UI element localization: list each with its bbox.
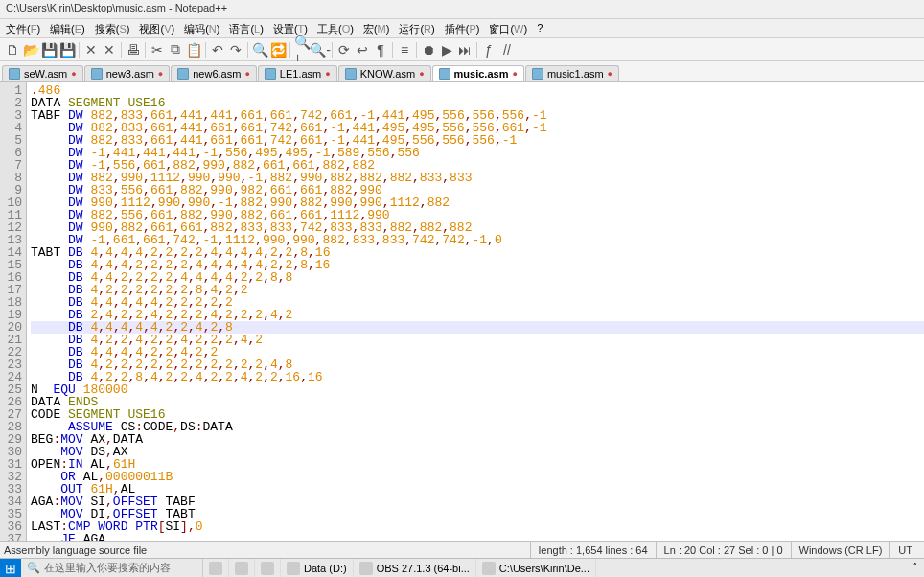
tab-label: new3.asm: [106, 68, 154, 80]
explorer-icon: [209, 562, 222, 575]
menu-E[interactable]: 编辑(E): [46, 21, 89, 35]
code-line[interactable]: ASSUME CS:CODE,DS:DATA: [31, 421, 924, 433]
status-encoding: UT: [889, 542, 920, 558]
windows-taskbar: ⊞ 🔍 在这里输入你要搜索的内容 Data (D:)OBS 27.1.3 (64…: [0, 558, 924, 577]
tab-KNOW-asm[interactable]: KNOW.asm●: [338, 65, 431, 81]
cortana-circle-icon: [235, 562, 248, 575]
task-label: C:\Users\Kirin\De...: [499, 563, 589, 574]
code-line[interactable]: BEG:MOV AX,DATA: [31, 433, 924, 446]
close-all-button[interactable]: ✕: [101, 41, 118, 58]
tab-seW-asm[interactable]: seW.asm●: [2, 65, 83, 81]
show-func-button[interactable]: ƒ: [480, 41, 497, 58]
window-title: C:\Users\Kirin\Desktop\music.asm - Notep…: [6, 2, 227, 13]
tab-close-icon[interactable]: ●: [158, 69, 163, 79]
show-all-button[interactable]: ¶: [372, 41, 389, 58]
task-cmd[interactable]: C:\Users\Kirin\De...: [476, 559, 596, 577]
cut-button[interactable]: ✂: [149, 41, 166, 58]
tab-close-icon[interactable]: ●: [419, 69, 424, 79]
tab-music1-asm[interactable]: music1.asm●: [525, 65, 619, 81]
copy-button[interactable]: ⧉: [167, 41, 184, 58]
menu-W[interactable]: 窗口(W): [485, 21, 531, 35]
indent-guide-button[interactable]: ≡: [396, 41, 413, 58]
tab-close-icon[interactable]: ●: [608, 69, 612, 79]
task-cortana-circle[interactable]: [229, 559, 255, 577]
menu-N[interactable]: 编码(N): [180, 21, 223, 35]
tray-chevron-icon[interactable]: ˄: [912, 562, 918, 574]
code-line[interactable]: LAST:CMP WORD PTR[SI],0: [31, 520, 924, 533]
tab-close-icon[interactable]: ●: [325, 69, 330, 79]
macro-play-button[interactable]: ▶: [438, 41, 455, 58]
code-line[interactable]: MOV DS,AX: [31, 446, 924, 458]
task-view-icon: [261, 562, 274, 575]
zoom-out-button[interactable]: 🔍-: [312, 41, 329, 58]
tab-label: music1.asm: [547, 68, 604, 80]
toolbar-separator: [332, 42, 333, 58]
toolbar-separator: [416, 42, 417, 58]
code-line[interactable]: OR AL,00000011B: [31, 471, 924, 483]
taskbar-search[interactable]: 🔍 在这里输入你要搜索的内容: [21, 559, 203, 577]
tab-label: music.asm: [454, 68, 509, 80]
toolbar-separator: [205, 42, 206, 58]
menu-O[interactable]: 工具(O): [313, 21, 358, 35]
cmd-icon: [482, 562, 496, 575]
toggle-comment-button[interactable]: //: [498, 41, 516, 58]
task-explorer[interactable]: [203, 559, 229, 577]
code-line[interactable]: N EQU 180000: [31, 383, 924, 396]
close-button[interactable]: ✕: [82, 41, 100, 58]
toolbar-separator: [145, 42, 146, 58]
tab-close-icon[interactable]: ●: [71, 69, 76, 79]
zoom-in-button[interactable]: 🔍+: [293, 41, 311, 58]
status-bar: Assembly language source file length : 1…: [0, 541, 924, 558]
replace-button[interactable]: 🔁: [269, 41, 287, 58]
tab-music-asm[interactable]: music.asm●: [432, 65, 524, 81]
tab-label: new6.asm: [193, 68, 241, 80]
code-line[interactable]: DB 4,2,2,8,4,2,2,4,2,2,4,2,2,16,16: [31, 371, 924, 383]
undo-button[interactable]: ↶: [209, 41, 226, 58]
tab-close-icon[interactable]: ●: [244, 69, 249, 79]
search-placeholder: 在这里输入你要搜索的内容: [44, 561, 171, 575]
tab-LE1-asm[interactable]: LE1.asm●: [258, 65, 337, 81]
start-button[interactable]: ⊞: [0, 559, 21, 578]
menu-12[interactable]: ?: [533, 21, 546, 35]
open-file-button[interactable]: 📂: [22, 41, 39, 58]
file-icon: [177, 68, 189, 80]
sync-button[interactable]: ⟳: [335, 41, 353, 58]
menu-M[interactable]: 宏(M): [359, 21, 394, 35]
word-wrap-button[interactable]: ↩: [354, 41, 371, 58]
toolbar-separator: [121, 42, 122, 58]
system-tray[interactable]: ˄: [907, 562, 924, 574]
new-file-button[interactable]: 🗋: [4, 41, 21, 58]
status-length: length : 1,654 lines : 64: [530, 542, 656, 558]
file-icon: [345, 68, 357, 80]
file-icon: [532, 68, 543, 80]
save-button[interactable]: 💾: [40, 41, 58, 58]
print-button[interactable]: 🖶: [125, 41, 142, 58]
menu-L[interactable]: 语言(L): [225, 21, 266, 35]
code-area[interactable]: .486DATA SEGMENT USE16TABF DW 882,833,66…: [27, 82, 924, 564]
status-cursor-pos: Ln : 20 Col : 27 Sel : 0 | 0: [656, 542, 791, 558]
tab-new3-asm[interactable]: new3.asm●: [84, 65, 171, 81]
menu-S[interactable]: 搜索(S): [91, 21, 134, 35]
macro-play-multi-button[interactable]: ⏭: [456, 41, 474, 58]
tab-bar: seW.asm●new3.asm●new6.asm●LE1.asm●KNOW.a…: [0, 61, 924, 82]
menu-P[interactable]: 插件(P): [441, 21, 484, 35]
macro-record-button[interactable]: ⏺: [420, 41, 437, 58]
paste-button[interactable]: 📋: [185, 41, 202, 58]
line-number-gutter: 1234567891011121314151617181920212223242…: [0, 82, 27, 564]
tab-new6-asm[interactable]: new6.asm●: [171, 65, 257, 81]
file-icon: [91, 68, 103, 80]
menu-V[interactable]: 视图(V): [135, 21, 178, 35]
menu-R[interactable]: 运行(R): [395, 21, 438, 35]
menu-F[interactable]: 文件(F): [2, 21, 44, 35]
toolbar: 🗋📂💾💾✕✕🖶✂⧉📋↶↷🔍🔁🔍+🔍-⟳↩¶≡⏺▶⏭ƒ//: [0, 38, 924, 61]
task-label: OBS 27.1.3 (64-bi...: [377, 563, 470, 574]
file-icon: [439, 68, 450, 80]
tab-close-icon[interactable]: ●: [512, 69, 517, 79]
task-task-view[interactable]: [255, 559, 281, 577]
find-button[interactable]: 🔍: [251, 41, 268, 58]
save-all-button[interactable]: 💾: [58, 41, 76, 58]
redo-button[interactable]: ↷: [227, 41, 244, 58]
search-icon: 🔍: [27, 562, 40, 574]
task-obs[interactable]: OBS 27.1.3 (64-bi...: [354, 559, 476, 577]
task-explorer-data[interactable]: Data (D:): [281, 559, 354, 577]
